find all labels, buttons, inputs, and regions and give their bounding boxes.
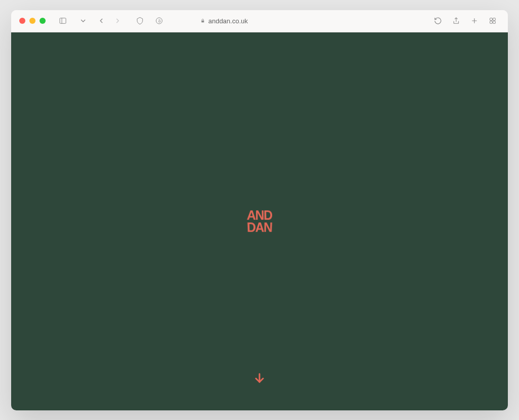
logo-line-2: DAN xyxy=(247,221,273,234)
page-content: AND DAN xyxy=(11,32,508,410)
maximize-window-button[interactable] xyxy=(40,18,46,24)
reload-button[interactable] xyxy=(431,15,445,27)
url-text: anddan.co.uk xyxy=(208,17,248,25)
site-settings-button[interactable]: ⵒ xyxy=(152,15,166,27)
back-button[interactable] xyxy=(94,15,108,27)
svg-rect-9 xyxy=(490,21,493,24)
share-button[interactable] xyxy=(449,15,463,27)
svg-rect-7 xyxy=(490,18,493,21)
svg-rect-10 xyxy=(493,21,496,24)
window-controls xyxy=(19,18,46,24)
privacy-shield-button[interactable] xyxy=(133,15,147,27)
browser-toolbar: ⵒ anddan.co.uk xyxy=(11,10,508,32)
svg-rect-0 xyxy=(60,18,66,24)
new-tab-button[interactable] xyxy=(467,15,481,27)
browser-window: ⵒ anddan.co.uk xyxy=(11,10,508,410)
scroll-down-button[interactable] xyxy=(253,372,266,386)
close-window-button[interactable] xyxy=(19,18,25,24)
svg-rect-8 xyxy=(493,18,496,21)
minimize-window-button[interactable] xyxy=(29,18,35,24)
brand-logo: AND DAN xyxy=(247,210,272,233)
svg-rect-4 xyxy=(201,21,204,23)
tab-overview-chevron[interactable] xyxy=(76,15,90,27)
arrow-down-icon xyxy=(253,372,266,384)
lock-icon xyxy=(200,18,205,24)
svg-text:ⵒ: ⵒ xyxy=(158,19,161,23)
tab-overview-button[interactable] xyxy=(486,15,500,27)
forward-button[interactable] xyxy=(110,15,125,27)
sidebar-toggle-button[interactable] xyxy=(56,15,70,27)
address-bar[interactable]: anddan.co.uk xyxy=(173,17,275,25)
